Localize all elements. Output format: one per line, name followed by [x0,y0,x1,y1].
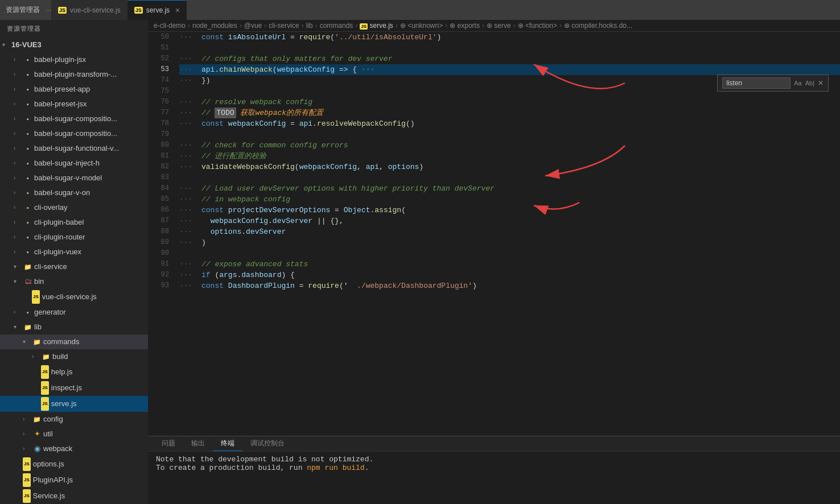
tree-label: babel-sugar-v-model [34,172,102,184]
tree-item-babel-preset-jsx[interactable]: › ▪ babel-preset-jsx [0,97,148,111]
tree-item-cli-service[interactable]: ▾ 📁 cli-service [0,259,148,274]
sidebar: 资源管理器 ▾ 16-VUE3 › ▪ babel-plugin-jsx › ▪… [0,20,148,504]
code-line-81: ··· // 进行配置的校验 [179,151,840,162]
tree-item-pluginapi-js[interactable]: › JS PluginAPI.js [0,472,148,488]
title-bar-dots: ··· [46,6,51,14]
line-numbers: 50 51 52 53 74 75 76 77 78 79 80 81 82 8… [148,32,174,291]
folder-icon: ▪ [23,127,33,140]
tree-item-bin[interactable]: ▾ 🗂 bin [0,274,148,289]
tree-label: cli-plugin-router [34,231,85,243]
code-line-82: ··· validateWebpackConfig ( webpackConfi… [179,162,840,172]
chevron-icon: › [14,231,23,243]
tab-problems[interactable]: 问题 [154,436,183,451]
code-content: ··· const isAbsoluteUrl = require ( '../… [174,32,840,291]
folder-open-icon: 📁 [23,321,33,333]
bc-serve-js: JS serve.js [360,22,393,30]
terminal-line-1: Note that the development build is not o… [156,455,832,464]
code-line-93: ··· const DashboardPlugin = require (' .… [179,280,840,291]
find-input[interactable] [722,77,790,89]
chevron-icon: › [32,350,41,363]
breadcrumb-bar: e-cli-demo › node_modules › @vue › cli-s… [148,20,840,32]
bc-unknown: ⊕ <unknown> [400,22,443,30]
tree-item-babel-preset-app[interactable]: › ▪ babel-preset-app [0,82,148,97]
tree-item-babel-sugar-c1[interactable]: › ▪ babel-sugar-compositio... [0,111,148,126]
tree-item-babel-sugar-functional[interactable]: › ▪ babel-sugar-functional-v... [0,141,148,156]
tree-item-help-js[interactable]: › JS help.js [0,364,148,380]
tree-label: babel-sugar-compositio... [34,127,117,140]
tree-item-build[interactable]: › 📁 build [0,349,148,364]
sidebar-title-area: 资源管理器 ··· [6,5,51,15]
find-bar: Aa Ab| ✕ [717,75,829,92]
tree-item-cli-plugin-babel[interactable]: › ▪ cli-plugin-babel [0,215,148,230]
js-icon: JS [23,473,31,487]
tab-vue-cli-service[interactable]: JS vue-cli-service.js [51,0,127,20]
code-lines: 50 51 52 53 74 75 76 77 78 79 80 81 82 8… [148,32,840,291]
tree-item-cli-plugin-router[interactable]: › ▪ cli-plugin-router [0,230,148,245]
folder-icon: ▪ [23,201,33,214]
tree-label: util [43,428,53,440]
find-regex-icon: Ab| [805,80,814,86]
js-icon: JS [41,397,49,411]
chevron-icon: › [14,246,23,258]
bc-cli-demo: e-cli-demo [154,22,186,30]
tree-item-util[interactable]: › ✦ util [0,427,148,441]
chevron-icon: › [14,83,23,96]
code-line-84: ··· // Load user devServer options with … [179,183,840,194]
tree-item-babel-sugar-von[interactable]: › ▪ babel-sugar-v-on [0,185,148,200]
tab-label-vue-cli-service: vue-cli-service.js [70,6,121,14]
tree-project-root[interactable]: ▾ 16-VUE3 [0,38,148,52]
js-icon: JS [41,365,49,379]
code-line-52: ··· // configs that only matters for dev… [179,53,840,64]
tree-label: serve.js [51,398,77,410]
code-line-51 [179,43,840,53]
chevron-icon: › [14,142,23,155]
chevron-icon: › [14,172,23,184]
js-icon: JS [23,457,31,471]
chevron-icon: ▾ [14,321,23,333]
code-editor[interactable]: 50 51 52 53 74 75 76 77 78 79 80 81 82 8… [148,32,840,436]
code-line-90 [179,248,840,259]
tree-item-inspect-js[interactable]: › JS inspect.js [0,380,148,396]
tree-item-babel-plugin-transform[interactable]: › ▪ babel-plugin-transform-... [0,67,148,82]
editor-tabs: JS vue-cli-service.js JS serve.js × [51,0,834,20]
sidebar-title-label: 资源管理器 [6,5,40,15]
tab-debug-console[interactable]: 调试控制台 [242,436,293,451]
editor-area: e-cli-demo › node_modules › @vue › cli-s… [148,20,840,504]
chevron-icon: › [23,428,32,440]
tree-label: vue-cli-service.js [42,291,97,303]
code-line-86: ··· const projectDevServerOptions = Obje… [179,205,840,216]
folder-icon: 📁 [41,350,51,363]
tree-item-generator[interactable]: › ▪ generator [0,305,148,320]
tree-item-options-js[interactable]: › JS options.js [0,456,148,472]
tree-item-webpack[interactable]: › ◉ webpack [0,441,148,456]
folder-icon: ▪ [23,306,33,319]
tree-item-serve-js[interactable]: › JS serve.js [0,396,148,412]
tab-terminal[interactable]: 终端 [213,436,242,451]
chevron-icon: ▾ [2,39,11,51]
folder-icon: ◉ [32,443,42,455]
tree-label: options.js [33,458,64,470]
tab-close-icon[interactable]: × [175,6,180,15]
terminal-content[interactable]: Note that the development build is not o… [148,452,840,504]
tree-item-service-js[interactable]: › JS Service.js [0,488,148,504]
find-match-icon: Aa [794,80,801,86]
tree-item-babel-plugin-jsx[interactable]: › ▪ babel-plugin-jsx [0,52,148,67]
code-line-92: ··· if ( args . dashboard ) { [179,270,840,280]
tree-item-cli-plugin-vuex[interactable]: › ▪ cli-plugin-vuex [0,245,148,259]
code-line-53: ··· api . chainWebpack ( webpackConfig =… [179,64,840,75]
tree-item-vue-cli-service-js[interactable]: › JS vue-cli-service.js [0,289,148,305]
tab-output[interactable]: 输出 [183,436,213,451]
folder-open-icon: 🗂 [23,275,33,288]
tree-item-commands[interactable]: ▾ 📁 commands [0,334,148,349]
bc-compiler: ⊕ compiler.hooks.do... [564,22,632,30]
tab-serve[interactable]: JS serve.js × [127,0,187,20]
tree-item-babel-sugar-c2[interactable]: › ▪ babel-sugar-compositio... [0,126,148,141]
find-close-icon[interactable]: ✕ [818,79,823,87]
tree-item-config[interactable]: › 📁 config [0,412,148,427]
sidebar-tree[interactable]: ▾ 16-VUE3 › ▪ babel-plugin-jsx › ▪ babel… [0,38,148,504]
tree-item-cli-overlay[interactable]: › ▪ cli-overlay [0,200,148,215]
tree-item-babel-sugar-vmodel[interactable]: › ▪ babel-sugar-v-model [0,171,148,185]
tree-item-babel-sugar-inject[interactable]: › ▪ babel-sugar-inject-h [0,156,148,171]
tree-item-lib[interactable]: ▾ 📁 lib [0,320,148,334]
tree-label: webpack [43,443,72,455]
